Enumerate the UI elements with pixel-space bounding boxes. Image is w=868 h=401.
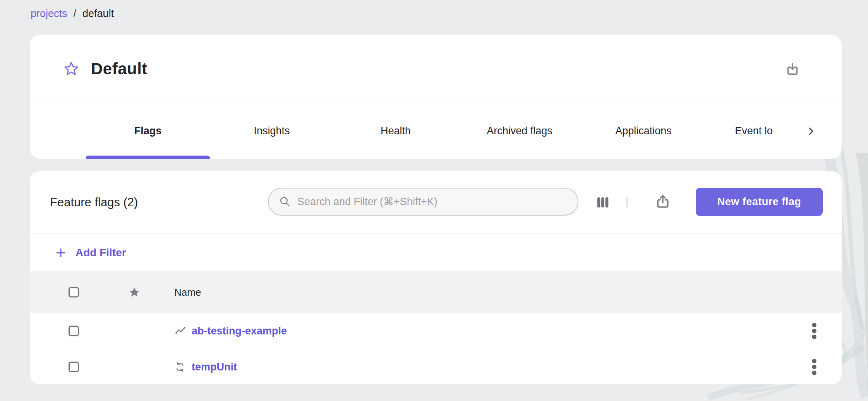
columns-icon[interactable] xyxy=(595,195,611,210)
tab-health[interactable]: Health xyxy=(334,125,458,137)
new-feature-flag-button[interactable]: New feature flag xyxy=(696,188,823,216)
breadcrumb-separator: / xyxy=(74,8,77,20)
tab-flags[interactable]: Flags xyxy=(86,125,210,137)
star-column-icon[interactable] xyxy=(128,286,141,298)
table-row: tempUnit xyxy=(30,349,842,384)
kebab-menu-icon[interactable] xyxy=(811,322,817,339)
search-icon xyxy=(279,195,291,208)
download-tray-icon[interactable] xyxy=(785,61,800,77)
feature-flags-card: Feature flags (2) New feature flag xyxy=(30,171,842,384)
breadcrumb-current: default xyxy=(82,8,114,20)
row-checkbox[interactable] xyxy=(69,362,79,372)
sync-icon xyxy=(175,362,185,372)
page-title: Default xyxy=(91,60,148,78)
flag-link[interactable]: ab-testing-example xyxy=(192,325,287,337)
flag-link[interactable]: tempUnit xyxy=(192,361,237,373)
project-header-row: Default xyxy=(30,35,842,103)
row-checkbox[interactable] xyxy=(69,326,79,336)
star-outline-icon[interactable] xyxy=(63,61,79,77)
plus-icon xyxy=(55,247,67,259)
name-column-header: Name xyxy=(174,286,201,298)
tab-insights[interactable]: Insights xyxy=(210,125,334,137)
search-box xyxy=(268,188,578,216)
kebab-menu-icon[interactable] xyxy=(811,358,817,375)
add-filter-label: Add Filter xyxy=(75,247,126,259)
export-tray-icon[interactable] xyxy=(654,193,671,210)
tab-bar: Flags Insights Health Archived flags App… xyxy=(30,103,842,159)
toolbar-divider xyxy=(626,197,628,207)
tab-applications[interactable]: Applications xyxy=(582,125,705,137)
project-header-card: Default Flags Insights Health Archived f… xyxy=(30,35,842,159)
table-row: ab-testing-example xyxy=(30,313,842,349)
select-all-checkbox[interactable] xyxy=(69,287,79,298)
chevron-right-icon[interactable] xyxy=(802,125,819,137)
search-input[interactable] xyxy=(297,196,568,208)
table-header-row: Name xyxy=(30,271,842,313)
add-filter-button[interactable]: Add Filter xyxy=(30,233,842,271)
trend-line-icon xyxy=(175,325,186,337)
breadcrumb-projects-link[interactable]: projects xyxy=(31,8,67,20)
breadcrumb: projects / default xyxy=(31,8,114,20)
tab-event-log[interactable]: Event lo xyxy=(705,125,802,137)
flags-toolbar: Feature flags (2) New feature flag xyxy=(30,171,842,233)
feature-flags-heading: Feature flags (2) xyxy=(50,195,138,209)
tab-archived-flags[interactable]: Archived flags xyxy=(458,125,582,137)
active-tab-underline xyxy=(86,156,210,159)
